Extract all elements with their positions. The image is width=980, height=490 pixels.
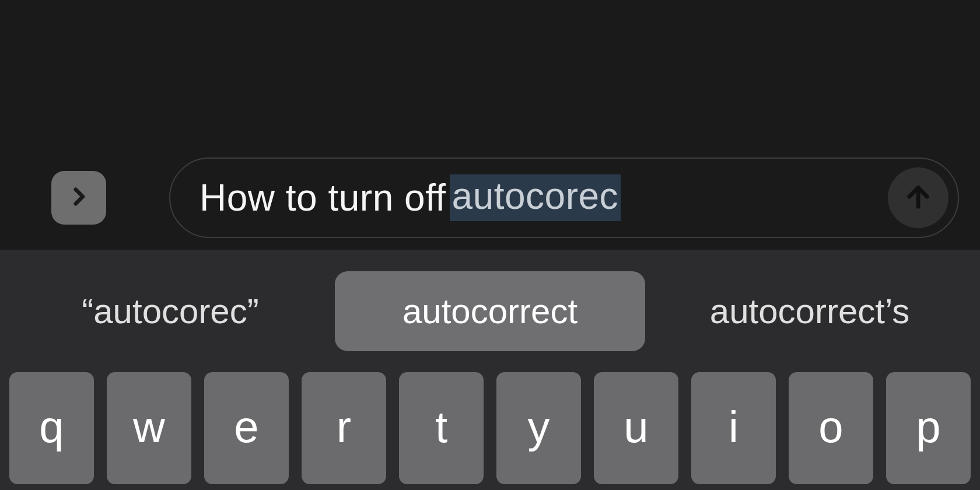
suggestion-literal[interactable]: “autocorec” [18,271,323,351]
key-i[interactable]: i [691,372,776,484]
suggestion-bar: “autocorec” autocorrect autocorrect’s [0,250,980,372]
arrow-up-icon [903,181,933,214]
key-r[interactable]: r [302,372,386,484]
keyboard: “autocorec” autocorrect autocorrect’s q … [0,250,980,490]
key-p[interactable]: p [886,372,971,484]
key-q[interactable]: q [9,372,94,484]
autocorrect-highlight: autocorec [450,174,621,221]
key-e[interactable]: e [204,372,289,484]
suggestion-primary[interactable]: autocorrect [335,271,645,351]
key-u[interactable]: u [594,372,678,484]
text-input[interactable]: How to turn off autocorec [169,158,959,238]
key-o[interactable]: o [789,372,873,484]
chevron-right-icon [66,184,91,211]
key-w[interactable]: w [107,372,191,484]
keyboard-row-1: q w e r t y u i o p [0,372,980,490]
key-t[interactable]: t [399,372,484,484]
content-area: How to turn off autocorec [0,0,980,250]
expand-button[interactable] [51,171,106,225]
typed-text: How to turn off autocorec [200,174,621,221]
key-y[interactable]: y [496,372,581,484]
suggestion-alt[interactable]: autocorrect’s [657,271,963,351]
send-button[interactable] [888,167,949,228]
input-row: How to turn off autocorec [0,158,980,238]
typed-prefix: How to turn off [200,176,446,219]
